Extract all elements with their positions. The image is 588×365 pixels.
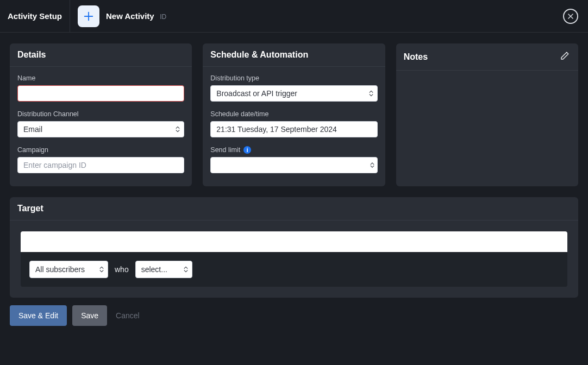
notes-header: Notes [396,43,578,71]
schedule-body: Distribution type Broadcast or API trigg… [203,67,385,186]
schedule-datetime-label: Schedule date/time [210,110,377,118]
campaign-input[interactable] [17,157,184,173]
schedule-header: Schedule & Automation [203,43,385,67]
header-title-section: Activity Setup [0,0,70,32]
target-header: Target [10,197,578,221]
send-limit-spinner-wrap [210,157,377,173]
save-edit-button[interactable]: Save & Edit [10,305,67,326]
send-limit-label: Send limit i [210,146,377,154]
pencil-icon [560,51,570,61]
header-activity-section: New Activity ID [70,5,174,27]
spinner-arrows-icon[interactable] [370,162,374,168]
cancel-button[interactable]: Cancel [112,305,143,326]
name-field: Name [17,74,184,102]
target-title: Target [17,204,43,213]
activity-name: New Activity [106,11,154,21]
target-query-bar[interactable] [21,231,567,252]
dist-type-field: Distribution type Broadcast or API trigg… [210,74,377,102]
filter-select[interactable]: select... [135,261,192,278]
target-card: Target All subscribers who [10,197,578,298]
details-title: Details [17,50,46,60]
audience-select-wrap: All subscribers [29,261,108,278]
footer-actions: Save & Edit Save Cancel [0,305,588,335]
close-button[interactable] [563,9,578,24]
channel-select-wrap: Email [17,121,184,137]
channel-label: Distribution Channel [17,110,184,118]
details-body: Name Distribution Channel Email [10,67,192,186]
schedule-title: Schedule & Automation [210,50,308,60]
campaign-label: Campaign [17,146,184,154]
name-label: Name [17,74,184,82]
send-limit-label-text: Send limit [210,146,240,154]
channel-field: Distribution Channel Email [17,110,184,137]
plus-icon [83,10,95,22]
target-inner: All subscribers who select... [21,231,567,287]
details-card: Details Name Distribution Channel Email [10,43,192,186]
send-limit-field: Send limit i [210,146,377,173]
who-text: who [115,265,129,274]
notes-card: Notes [396,43,578,186]
top-cards-row: Details Name Distribution Channel Email [10,43,578,186]
activity-id-label: ID [160,13,166,21]
campaign-field: Campaign [17,146,184,173]
audience-select[interactable]: All subscribers [29,261,108,278]
dist-type-select-wrap: Broadcast or API trigger [210,85,377,102]
new-activity-icon [78,5,99,27]
info-icon[interactable]: i [243,146,251,154]
schedule-datetime-input[interactable] [210,121,377,137]
close-icon [567,12,574,20]
target-body: All subscribers who select... [10,221,578,298]
activity-title-wrap: New Activity ID [106,11,166,21]
send-limit-input[interactable] [210,157,377,173]
details-header: Details [10,43,192,67]
filter-select-wrap: select... [135,261,192,278]
modal-content: Details Name Distribution Channel Email [0,33,588,305]
page-title: Activity Setup [8,11,62,21]
dist-type-label: Distribution type [210,74,377,82]
modal-header: Activity Setup New Activity ID [0,0,588,33]
target-selects-row: All subscribers who select... [21,252,567,287]
name-input[interactable] [17,85,184,102]
notes-body [396,71,578,91]
notes-title: Notes [404,52,428,62]
schedule-card: Schedule & Automation Distribution type … [203,43,385,186]
edit-notes-button[interactable] [559,50,571,64]
save-button[interactable]: Save [72,305,107,326]
dist-type-select[interactable]: Broadcast or API trigger [210,85,377,102]
schedule-datetime-field: Schedule date/time [210,110,377,137]
channel-select[interactable]: Email [17,121,184,137]
